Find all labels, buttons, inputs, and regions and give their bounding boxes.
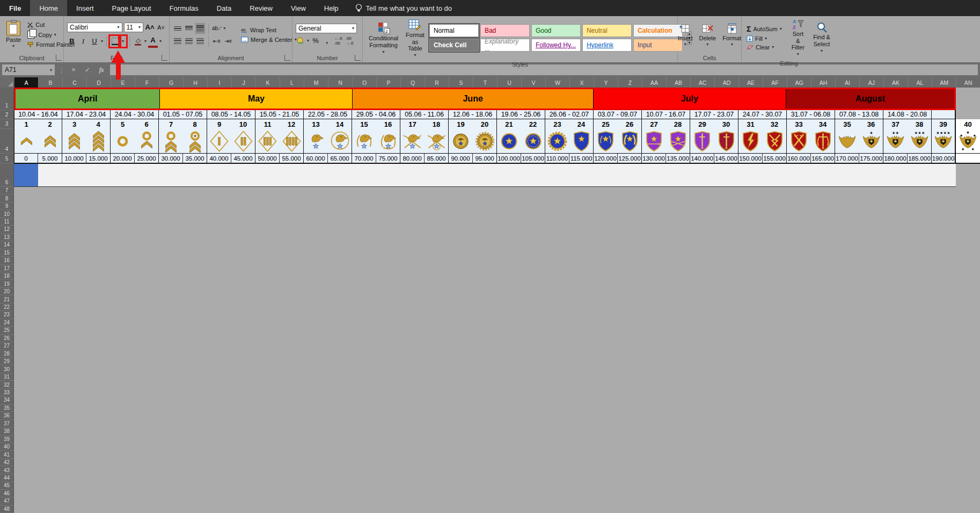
row-header-47[interactable]: 47	[0, 497, 14, 505]
rank-17-eagle-arrows[interactable]	[400, 129, 425, 154]
percent-style-button[interactable]: %	[311, 35, 320, 46]
select-all-corner[interactable]	[0, 77, 14, 88]
month-cell-june[interactable]: June	[353, 89, 593, 109]
rank-number-cell-14[interactable]: 14	[328, 119, 352, 129]
style-chip-explanatory[interactable]: Explanatory ...	[480, 39, 530, 52]
points-cell-12[interactable]: 55.000	[280, 154, 304, 164]
date-range-cell[interactable]: 26.06 - 02.07	[545, 110, 594, 119]
column-header-U[interactable]: U	[498, 77, 522, 88]
points-cell-10[interactable]: 45.000	[231, 154, 255, 164]
tab-help[interactable]: Help	[315, 0, 348, 16]
row-header-40[interactable]: 40	[0, 443, 14, 451]
row-header-38[interactable]: 38	[0, 428, 14, 435]
autosum-button[interactable]: Σ AutoSum ▾	[745, 24, 784, 34]
points-cell-35[interactable]: 170.000	[835, 154, 859, 164]
font-color-button[interactable]: A	[148, 35, 158, 48]
rank-2-chevron-2[interactable]	[38, 129, 62, 154]
points-cell-6[interactable]: 25.000	[135, 154, 159, 164]
column-header-J[interactable]: J	[232, 77, 256, 88]
rank-number-cell-11[interactable]: 11	[255, 119, 280, 129]
row-header-18[interactable]: 18	[0, 272, 14, 280]
bold-button[interactable]: B	[67, 36, 77, 47]
points-cell-18[interactable]: 85.000	[425, 154, 449, 164]
rank-number-cell-21[interactable]: 21	[497, 119, 521, 129]
row-header-41[interactable]: 41	[0, 451, 14, 458]
column-header-H[interactable]: H	[184, 77, 208, 88]
row-header-7[interactable]: 7	[0, 187, 14, 194]
empty-canvas[interactable]	[14, 234, 980, 241]
empty-canvas[interactable]	[14, 466, 980, 474]
date-range-empty-cell[interactable]	[932, 110, 956, 119]
format-cells-button[interactable]: Format ▾	[720, 21, 744, 48]
rank-number-cell-22[interactable]: 22	[521, 119, 545, 129]
rank-number-cell-8[interactable]: 8	[183, 119, 207, 129]
wrap-text-button[interactable]: ab Wrap Text	[239, 26, 298, 34]
empty-canvas[interactable]	[14, 459, 980, 466]
rank-21-blue-disc-star[interactable]	[497, 129, 521, 154]
format-as-table-button[interactable]: Format as Table ▾	[403, 17, 427, 59]
column-header-AJ[interactable]: AJ	[860, 77, 884, 88]
rank-5-gold-ring[interactable]	[111, 129, 135, 154]
style-chip-followed-hy[interactable]: Followed Hy...	[531, 39, 581, 52]
tab-review[interactable]: Review	[240, 0, 282, 16]
points-cell-5[interactable]: 20.000	[111, 154, 135, 164]
empty-canvas[interactable]	[14, 443, 980, 451]
rank-number-cell-9[interactable]: 9	[207, 119, 231, 129]
points-cell-29[interactable]: 140.000	[690, 154, 714, 164]
empty-canvas[interactable]	[14, 381, 980, 388]
rank-20-medal-wreath[interactable]	[473, 129, 497, 154]
column-header-Y[interactable]: Y	[594, 77, 618, 88]
accounting-format-button[interactable]	[296, 35, 305, 46]
empty-canvas[interactable]	[14, 358, 980, 365]
paste-dropdown-caret[interactable]: ▾	[12, 44, 14, 48]
column-header-I[interactable]: I	[208, 77, 232, 88]
rank-number-cell-34[interactable]: 34	[811, 119, 835, 129]
rank-30-crimson-shield-sword[interactable]	[714, 129, 738, 154]
points-cell-31[interactable]: 150.000	[738, 154, 763, 164]
date-range-cell[interactable]: 05.06 - 11.06	[400, 110, 449, 119]
rank-18-eagle-arrows-ring[interactable]	[425, 129, 449, 154]
rank-number-cell-24[interactable]: 24	[569, 119, 594, 129]
points-cell-7[interactable]: 30.000	[159, 154, 183, 164]
row-header-30[interactable]: 30	[0, 365, 14, 373]
points-cell-32[interactable]: 155.000	[763, 154, 787, 164]
number-format-combo[interactable]: General▾	[296, 24, 357, 33]
empty-canvas[interactable]	[14, 272, 980, 280]
rank-35-gold-eagle[interactable]	[835, 129, 859, 154]
column-header-AC[interactable]: AC	[691, 77, 715, 88]
number-dialog-launcher[interactable]	[355, 55, 361, 61]
column-header-AA[interactable]: AA	[642, 77, 667, 88]
paste-button[interactable]: Paste ▾	[3, 20, 24, 50]
increase-font-button[interactable]: A˄	[145, 22, 155, 33]
rank-33-red-shield-swords[interactable]	[787, 129, 811, 154]
column-header-A[interactable]: A	[14, 77, 39, 88]
empty-canvas[interactable]	[14, 335, 980, 342]
rank-6-ring-chevron[interactable]	[135, 129, 159, 154]
confirm-entry-button[interactable]: ✓	[82, 66, 93, 74]
rank-37-eagle-2-stars[interactable]	[883, 129, 908, 154]
row-header-3[interactable]: 3	[0, 119, 14, 129]
rank-36-eagle-1-star[interactable]	[859, 129, 883, 154]
column-header-D[interactable]: D	[87, 77, 111, 88]
empty-canvas[interactable]	[14, 288, 980, 295]
increase-decimal-button[interactable]: ←.0.00	[333, 35, 343, 46]
points-cell-26[interactable]: 125.000	[618, 154, 642, 164]
empty-canvas[interactable]	[14, 241, 980, 249]
sort-filter-dropdown[interactable]: ▾	[797, 52, 799, 56]
empty-canvas[interactable]	[14, 327, 980, 334]
rank-number-cell-40[interactable]: 40	[956, 119, 980, 129]
column-header-AN[interactable]: AN	[956, 77, 980, 88]
row-header-43[interactable]: 43	[0, 466, 14, 474]
row-header-32[interactable]: 32	[0, 381, 14, 388]
decrease-font-button[interactable]: A˅	[156, 22, 166, 33]
column-header-AH[interactable]: AH	[811, 77, 836, 88]
points-cell-13[interactable]: 60.000	[304, 154, 328, 164]
date-range-cell[interactable]: 24.07 - 30.07	[738, 110, 787, 119]
conditional-formatting-button[interactable]: ≠ Conditional Formatting ▾	[366, 20, 401, 55]
date-range-cell[interactable]: 17.07 - 23.07	[690, 110, 738, 119]
points-cell-22[interactable]: 105.000	[521, 154, 545, 164]
fill-color-button[interactable]	[133, 36, 143, 47]
column-header-G[interactable]: G	[159, 77, 184, 88]
points-cell-17[interactable]: 80.000	[400, 154, 425, 164]
rank-23-disc-gold-wreath[interactable]	[545, 129, 569, 154]
